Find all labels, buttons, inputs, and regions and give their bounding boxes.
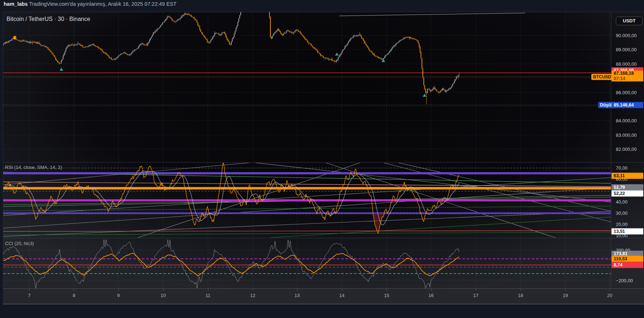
time-axis-tick-mark — [610, 289, 610, 291]
username: ham_labs — [4, 1, 28, 7]
time-axis-tick-label: 11 — [205, 293, 210, 298]
rsi-indicator-label[interactable]: RSI (14, close, SMA, 14, 2) — [5, 165, 62, 170]
time-axis-tick-label: 15 — [384, 293, 389, 298]
publish-text: TradingView.com'da yayınlanmış, Aralık 1… — [28, 1, 177, 7]
time-axis-tick-label: 14 — [339, 293, 344, 298]
rsi-axis-tick-label: 30,00 — [616, 210, 628, 216]
time-axis-tick-label: 12 — [250, 293, 255, 298]
time-axis-tick-label: 9 — [117, 293, 119, 298]
price-axis-tick-label: 86.000,00 — [616, 90, 637, 95]
time-axis-tick-mark — [431, 289, 431, 291]
cci-value-label: 110,53 — [612, 256, 643, 262]
time-axis-tick-mark — [253, 289, 253, 291]
cci-value-label: 8,74 — [612, 262, 643, 268]
time-axis-tick-label: 7 — [28, 293, 30, 298]
price-axis-tick-label: 90.000,00 — [616, 33, 637, 38]
rsi-value-label: 52,79 — [612, 184, 643, 191]
time-axis-tick-mark — [163, 289, 164, 291]
price-axis-tick-label: 82.000,00 — [616, 147, 637, 152]
cci-pane[interactable] — [3, 239, 611, 288]
time-axis-tick-mark — [476, 289, 476, 291]
price-axis-tick-label: 88.000,00 — [616, 61, 637, 67]
time-axis-tick-mark — [208, 289, 208, 291]
time-axis-tick-mark — [118, 289, 119, 291]
time-axis-tick-label: 19 — [563, 293, 568, 298]
time-axis[interactable] — [3, 289, 644, 304]
time-axis-tick-label: 8 — [73, 293, 75, 298]
rsi-value-label: 63,11 — [612, 173, 643, 179]
header: ham_labs TradingView.com'da yayınlanmış,… — [0, 0, 644, 12]
main-chart-pane[interactable] — [3, 12, 611, 162]
cci-indicator-label[interactable]: CCI (20, hlc3) — [5, 241, 34, 246]
time-axis-tick-label: 16 — [428, 293, 434, 298]
rsi-axis-tick-label: 20,00 — [616, 222, 628, 227]
currency-toggle-button[interactable]: USDT — [616, 17, 643, 25]
bar-countdown: 07:14 — [614, 76, 643, 82]
time-axis-tick-label: 10 — [161, 293, 166, 298]
time-axis-tick-mark — [29, 289, 30, 291]
chart-legend-title[interactable]: Bitcoin / TetherUS · 30 · Binance — [6, 16, 90, 22]
time-axis-tick-mark — [521, 289, 521, 291]
price-axis-tick-label: 89.000,00 — [616, 47, 637, 52]
time-axis-tick-mark — [74, 289, 74, 291]
rsi-pane[interactable] — [3, 163, 611, 238]
cci-axis-tick-label: −200,00 — [616, 278, 633, 283]
bottom-bar: TradingView — [0, 304, 644, 318]
time-axis-tick-label: 20 — [607, 293, 612, 298]
rsi-axis-tick-label: 40,00 — [616, 199, 628, 205]
price-axis-tick-label: 83.000,00 — [616, 132, 637, 138]
price-axis-tick-label: 84.000,00 — [616, 118, 637, 123]
time-axis-tick-mark — [387, 289, 387, 291]
rsi-value-label: 13,51 — [612, 228, 643, 235]
tradingview-published-chart: ham_labs TradingView.com'da yayınlanmış,… — [0, 0, 644, 318]
current-price-label: 87.168,18 07:14 — [612, 71, 643, 82]
rsi-axis-tick-label: 70,00 — [616, 165, 628, 171]
time-axis-tick-label: 18 — [518, 293, 523, 298]
time-axis-tick-mark — [565, 289, 566, 291]
session-low-price-label: 85.146,64 — [612, 102, 643, 108]
time-axis-tick-label: 13 — [295, 293, 300, 298]
publish-info: ham_labs TradingView.com'da yayınlanmış,… — [4, 1, 177, 7]
current-price-value: 87.168,18 — [614, 71, 643, 76]
time-axis-tick-mark — [342, 289, 342, 291]
rsi-value-label: 52,22 — [612, 191, 643, 197]
time-axis-tick-mark — [297, 289, 297, 291]
time-axis-tick-label: 17 — [473, 293, 478, 298]
